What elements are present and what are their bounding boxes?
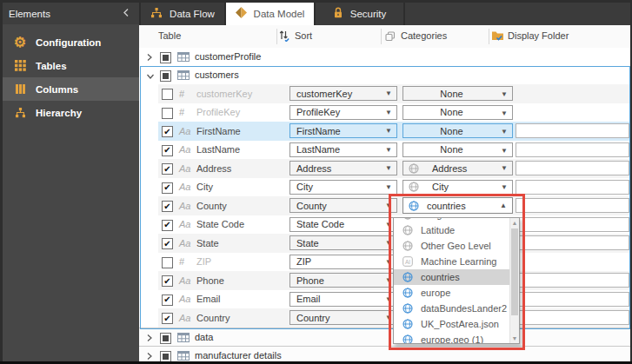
sort-combobox[interactable]: County▼ (289, 198, 397, 213)
sort-combobox[interactable]: State Code▼ (289, 217, 397, 232)
checkbox[interactable]: ✔ (162, 238, 173, 249)
dropdown-item-other-geo-level[interactable]: Other Geo Level (394, 238, 509, 254)
dropdown-item-databundeslander2[interactable]: dataBundesLander2 (394, 301, 509, 316)
sort-value: Email (290, 294, 321, 304)
category-value: None (403, 144, 500, 155)
display-folder-input[interactable] (516, 123, 629, 138)
field-row-LastName[interactable]: ✔AaLastNameLastName▼None▼ (139, 141, 630, 160)
tab-data-model[interactable]: Data Model (226, 2, 314, 25)
sort-combobox[interactable]: customerKey▼ (289, 86, 397, 101)
checkbox[interactable]: ✔ (162, 295, 173, 306)
display-folder-input[interactable] (516, 292, 629, 307)
checkbox[interactable] (162, 257, 173, 268)
category-combobox[interactable]: None▼ (402, 86, 513, 101)
category-combobox-open[interactable]: countries ▲ (402, 197, 513, 214)
sort-combobox[interactable]: LastName▼ (289, 142, 397, 157)
sort-combobox[interactable]: ZIP▼ (289, 255, 397, 269)
category-combobox[interactable]: City▼ (402, 180, 513, 195)
table-name: customers (195, 69, 239, 80)
display-folder-input[interactable] (516, 273, 629, 288)
display-folder-input[interactable] (516, 217, 629, 232)
dropdown-item-uk-postarea-json[interactable]: UK_PostArea.json (394, 316, 509, 332)
dropdown-scrollbar[interactable]: ▲ ▼ (509, 218, 519, 343)
sort-combobox[interactable]: FirstName▼ (289, 123, 397, 138)
dropdown-item-latitude[interactable]: Latitude (394, 222, 509, 238)
table-row-manufacturer-details[interactable]: manufacturer details (139, 346, 630, 364)
sidebar-item-columns[interactable]: Columns (0, 77, 139, 101)
sidebar-item-hierarchy[interactable]: Hierarchy (0, 101, 139, 124)
sort-combobox[interactable]: ProfileKey▼ (289, 105, 397, 120)
field-row-County[interactable]: ✔AaCountyCounty▼ (139, 196, 630, 215)
lock-icon (333, 7, 343, 20)
field-row-State[interactable]: ✔AaStateState▼ (139, 234, 630, 253)
dropdown-item-countries[interactable]: countries (394, 269, 509, 285)
sidebar-item-configuration[interactable]: ⚙Configuration (0, 30, 139, 54)
chevron-down-icon: ▼ (385, 127, 396, 135)
display-folder-input[interactable] (516, 310, 629, 325)
checkbox[interactable] (162, 89, 173, 100)
chevron-down-icon (146, 73, 155, 80)
field-row-City[interactable]: ✔AaCityCity▼City▼ (139, 178, 630, 197)
field-row-State-Code[interactable]: ✔AaState CodeState Code▼ (139, 215, 630, 235)
display-folder-input[interactable] (516, 142, 629, 157)
field-row-Address[interactable]: ✔AaAddressAddress▼Address▼ (139, 159, 630, 178)
display-folder-input[interactable] (516, 161, 629, 175)
tab-data-flow[interactable]: Data Flow (141, 2, 224, 25)
chevron-up-icon: ▲ (500, 202, 512, 209)
tab-security[interactable]: Security (316, 2, 403, 25)
checkbox[interactable] (160, 351, 171, 362)
field-row-customerKey[interactable]: #customerKeycustomerKey▼None▼ (139, 84, 630, 103)
sort-combobox[interactable]: Phone▼ (289, 273, 397, 288)
table-row-data[interactable]: data (139, 328, 630, 347)
sort-combobox[interactable]: City▼ (289, 180, 397, 195)
display-folder-input[interactable] (516, 198, 629, 213)
display-folder-input[interactable] (516, 180, 629, 195)
category-combobox[interactable]: None▼ (402, 142, 513, 157)
dropdown-item-europe[interactable]: europe (394, 285, 509, 301)
checkbox[interactable]: ✔ (162, 201, 173, 212)
sort-combobox[interactable]: Address▼ (289, 161, 397, 175)
checkbox[interactable]: ✔ (162, 182, 173, 194)
scroll-up-icon[interactable]: ▲ (510, 220, 519, 226)
sort-value: County (290, 201, 327, 211)
sidebar-item-tables[interactable]: Tables (0, 54, 139, 77)
checkbox[interactable] (160, 333, 171, 344)
checkbox[interactable]: ✔ (162, 126, 173, 137)
field-row-Email[interactable]: ✔AaEmailEmail▼ (139, 290, 630, 309)
checkbox[interactable]: ✔ (162, 145, 173, 156)
header-sort: Sort (295, 30, 312, 41)
scroll-down-icon[interactable]: ▼ (510, 335, 519, 341)
checkbox[interactable]: ✔ (162, 220, 173, 231)
checkbox[interactable] (162, 108, 173, 119)
category-combobox[interactable]: None▼ (402, 123, 513, 138)
chevron-down-icon: ▼ (385, 146, 396, 154)
category-combobox[interactable]: Address▼ (402, 161, 513, 175)
sort-value: ZIP (290, 256, 311, 267)
display-folder-input[interactable] (516, 235, 629, 250)
chevron-right-icon (146, 53, 153, 62)
category-combobox[interactable]: None▼ (402, 105, 513, 120)
sort-combobox[interactable]: State▼ (289, 235, 397, 250)
field-row-Phone[interactable]: ✔AaPhonePhone▼ (139, 271, 630, 290)
sort-value: State Code (290, 219, 344, 229)
globe-icon (402, 319, 413, 329)
checkbox[interactable]: ✔ (162, 313, 173, 324)
checkbox[interactable]: ✔ (162, 163, 173, 175)
collapse-sidebar-icon[interactable] (123, 8, 130, 19)
field-row-ProfileKey[interactable]: #ProfileKeyProfileKey▼None▼ (139, 103, 630, 122)
checkbox[interactable]: ✔ (162, 275, 173, 287)
field-row-ZIP[interactable]: #ZIPZIP▼ (139, 253, 630, 272)
chevron-right-icon (146, 352, 153, 361)
field-row-Country[interactable]: ✔AaCountryCountry▼ (139, 308, 630, 328)
sort-combobox[interactable]: Email▼ (289, 292, 397, 307)
table-row-customerProfile[interactable]: customerProfile (139, 48, 630, 66)
sort-combobox[interactable]: Country▼ (289, 310, 397, 325)
scrollbar-thumb[interactable] (511, 228, 518, 315)
field-row-FirstName[interactable]: ✔AaFirstNameFirstName▼None▼ (139, 122, 630, 141)
hierarchy-icon (15, 108, 26, 118)
checkbox[interactable] (160, 52, 171, 63)
table-row-customers[interactable]: customers (139, 66, 630, 84)
dropdown-item-europe-geo-1-[interactable]: europe.geo (1) (394, 332, 509, 343)
dropdown-item-machine-learning[interactable]: AIMachine Learning (394, 254, 509, 269)
checkbox[interactable] (160, 70, 171, 82)
